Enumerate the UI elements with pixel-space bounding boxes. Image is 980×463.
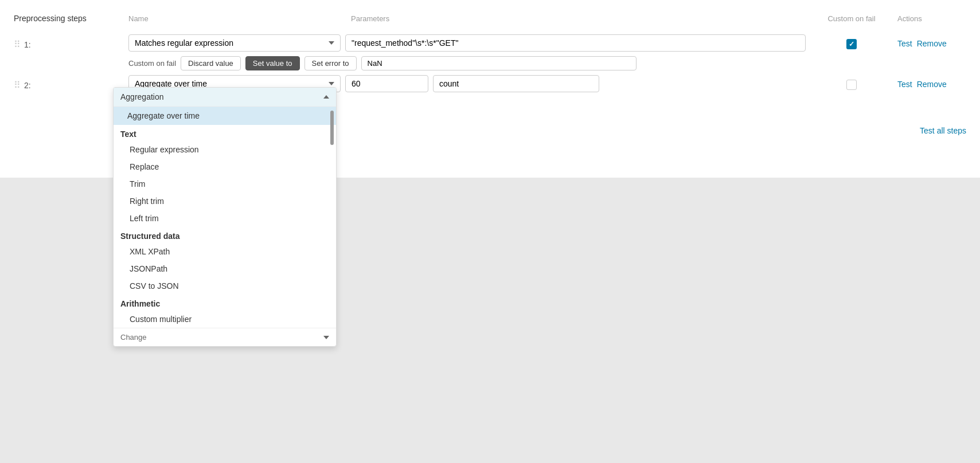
step-number-2: 2: [24, 81, 31, 90]
step-number-1: 1: [24, 40, 31, 49]
test-link-2[interactable]: Test [897, 80, 912, 89]
dropdown-category-structured-data-label: Structured data [120, 231, 179, 241]
chevron-down-icon [323, 336, 329, 339]
table-header: Preprocessing steps Name Parameters Cust… [14, 14, 966, 23]
dropdown-item-jsonpath[interactable]: JSONPath [114, 260, 336, 277]
dropdown-item-jsonpath-label: JSONPath [130, 264, 167, 273]
action-links-2: Test Remove [897, 75, 966, 89]
discard-value-btn-1[interactable]: Discard value [181, 56, 241, 70]
dropdown-item-csv-to-json-label: CSV to JSON [130, 281, 179, 291]
checkbox-unchecked-2[interactable] [846, 80, 857, 90]
dropdown-scrollbar[interactable] [330, 111, 334, 145]
remove-link-1[interactable]: Remove [917, 39, 947, 48]
dropdown-item-trim[interactable]: Trim [114, 175, 336, 193]
step-param-1[interactable] [345, 34, 806, 52]
dropdown-item-right-trim[interactable]: Right trim [114, 193, 336, 210]
dropdown-category-structured-data: Structured data [114, 227, 336, 243]
action-links-1: Test Remove [897, 34, 966, 48]
step-name-select-1[interactable]: Matches regular expression [128, 34, 341, 52]
preprocessing-steps-label: Preprocessing steps [14, 14, 87, 23]
step-param2-2[interactable] [433, 75, 599, 92]
custom-fail-checkbox-1[interactable] [806, 34, 897, 49]
custom-on-fail-column-header: Custom on fail [827, 14, 875, 23]
dropdown-item-replace[interactable]: Replace [114, 158, 336, 175]
custom-fail-row-1: Custom on fail Discard value Set value t… [128, 56, 806, 70]
dropdown-item-aggregate-over-time[interactable]: Aggregate over time [114, 107, 336, 125]
dropdown-category-aggregation[interactable]: Aggregation [114, 88, 336, 107]
custom-fail-checkbox-2[interactable] [806, 75, 897, 90]
drag-handle-2[interactable]: ⠿ [14, 80, 21, 91]
dropdown-item-xml-xpath[interactable]: XML XPath [114, 243, 336, 260]
dropdown-item-csv-to-json[interactable]: CSV to JSON [114, 277, 336, 295]
chevron-up-icon [323, 95, 329, 99]
dropdown-item-left-trim-label: Left trim [130, 214, 159, 223]
dropdown-category-arithmetic-label: Arithmetic [120, 299, 160, 308]
dropdown-category-aggregation-label: Aggregation [120, 92, 164, 101]
remove-link-2[interactable]: Remove [917, 80, 947, 89]
dropdown-category-change[interactable]: Change [114, 328, 336, 346]
dropdown-category-arithmetic: Arithmetic [114, 295, 336, 311]
dropdown-item-aggregate-label: Aggregate over time [127, 111, 200, 120]
parameters-column-header: Parameters [351, 14, 389, 23]
set-value-to-btn-1[interactable]: Set value to [245, 56, 300, 70]
dropdown-category-text-label: Text [120, 130, 136, 139]
dropdown-category-change-label: Change [120, 333, 147, 342]
test-link-1[interactable]: Test [897, 39, 912, 48]
checkbox-checked-1[interactable] [846, 39, 857, 49]
set-error-to-btn-1[interactable]: Set error to [304, 56, 357, 70]
dropdown-item-replace-label: Replace [130, 162, 159, 171]
drag-handle-1[interactable]: ⠿ [14, 39, 21, 50]
dropdown-item-left-trim[interactable]: Left trim [114, 210, 336, 227]
dropdown-item-custom-multiplier-label: Custom multiplier [130, 315, 192, 324]
dropdown-item-custom-multiplier[interactable]: Custom multiplier [114, 311, 336, 328]
step-row-1: ⠿ 1: Matches regular expression Custom o… [14, 34, 966, 70]
test-all-steps-link[interactable]: Test all steps [920, 126, 966, 135]
dropdown-category-text: Text [114, 125, 336, 141]
dropdown-item-trim-label: Trim [130, 179, 145, 189]
custom-fail-label-1: Custom on fail [128, 59, 176, 68]
actions-column-header: Actions [897, 14, 922, 23]
name-column-header: Name [128, 14, 149, 23]
step-param2-1[interactable] [345, 75, 428, 92]
dropdown-item-right-trim-label: Right trim [130, 197, 164, 206]
step-name-dropdown: Aggregation Aggregate over time Text Reg… [113, 87, 337, 347]
fail-value-input-1[interactable] [361, 56, 637, 70]
dropdown-item-regular-expression[interactable]: Regular expression [114, 141, 336, 158]
dropdown-item-regular-expression-label: Regular expression [130, 145, 199, 154]
dropdown-item-xml-xpath-label: XML XPath [130, 247, 170, 256]
